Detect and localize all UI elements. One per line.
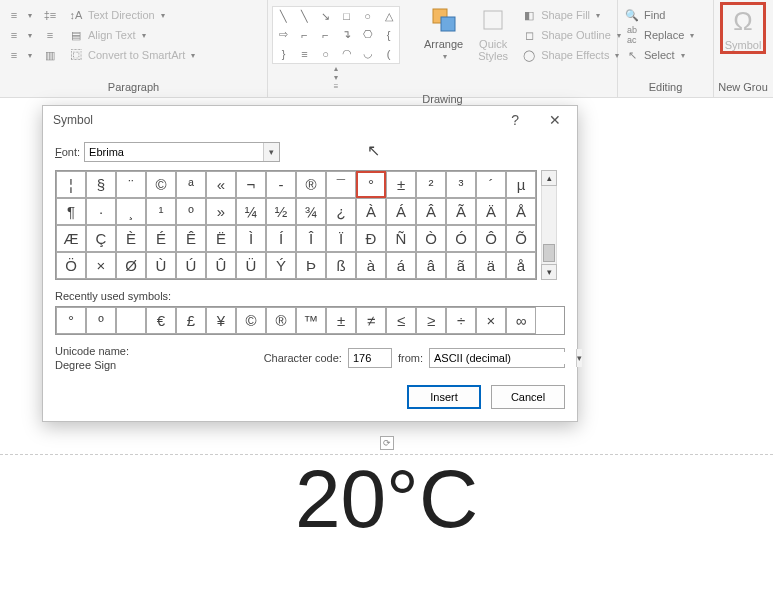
shape-glyph[interactable]: ○ <box>364 10 371 22</box>
symbol-cell[interactable]: Ô <box>476 225 506 252</box>
shape-glyph[interactable]: ↘ <box>321 10 330 23</box>
symbol-cell[interactable]: © <box>146 171 176 198</box>
recent-symbol-cell[interactable]: ± <box>326 307 356 334</box>
symbol-cell[interactable]: Ò <box>416 225 446 252</box>
symbol-cell[interactable]: Ú <box>176 252 206 279</box>
recent-symbol-cell[interactable]: € <box>146 307 176 334</box>
symbol-cell[interactable]: Ê <box>176 225 206 252</box>
symbol-cell[interactable]: ¸ <box>116 198 146 225</box>
shape-glyph[interactable]: ⌐ <box>322 29 328 41</box>
symbol-cell[interactable]: § <box>86 171 116 198</box>
symbol-cell[interactable]: × <box>86 252 116 279</box>
recent-symbol-cell[interactable]: £ <box>176 307 206 334</box>
shape-glyph[interactable]: ╲ <box>301 10 308 23</box>
shape-glyph[interactable]: □ <box>343 10 350 22</box>
symbol-cell[interactable]: Ø <box>116 252 146 279</box>
symbol-cell[interactable]: Â <box>416 198 446 225</box>
scroll-track[interactable] <box>541 186 557 264</box>
symbol-cell[interactable]: ¿ <box>326 198 356 225</box>
recent-symbol-cell[interactable]: º <box>86 307 116 334</box>
shape-outline-button[interactable]: ◻Shape Outline▾ <box>519 26 623 44</box>
symbol-cell[interactable]: » <box>206 198 236 225</box>
recent-symbol-cell[interactable]: © <box>236 307 266 334</box>
shape-glyph[interactable]: ≡ <box>301 48 307 60</box>
chevron-down-icon[interactable]: ▾ <box>576 349 582 367</box>
shape-glyph[interactable]: ( <box>387 48 391 60</box>
shape-glyph[interactable]: } <box>282 48 286 60</box>
text-direction-button[interactable]: ↕AText Direction▾ <box>66 6 197 24</box>
symbol-cell[interactable]: â <box>416 252 446 279</box>
shape-glyph[interactable]: ◠ <box>342 47 352 60</box>
line-spacing-button[interactable]: ‡≡ <box>40 6 60 24</box>
symbol-cell[interactable]: ¯ <box>326 171 356 198</box>
list-numbers-button[interactable]: ≡▾ <box>4 26 34 44</box>
columns-button[interactable]: ▥ <box>40 46 60 64</box>
recent-symbol-cell[interactable]: ÷ <box>446 307 476 334</box>
shape-glyph[interactable]: ╲ <box>280 10 287 23</box>
recent-symbol-cell[interactable]: ∞ <box>506 307 536 334</box>
symbol-cell[interactable]: à <box>356 252 386 279</box>
symbol-cell[interactable]: ¶ <box>56 198 86 225</box>
symbol-cell[interactable]: Ë <box>206 225 236 252</box>
recent-symbol-cell[interactable]: ≤ <box>386 307 416 334</box>
symbol-grid-scrollbar[interactable]: ▴ ▾ <box>541 170 557 280</box>
symbol-cell[interactable]: ³ <box>446 171 476 198</box>
symbol-cell[interactable]: Î <box>296 225 326 252</box>
symbol-cell[interactable]: ® <box>296 171 326 198</box>
shape-effects-button[interactable]: ◯Shape Effects▾ <box>519 46 623 64</box>
font-input[interactable] <box>85 146 263 158</box>
symbol-cell[interactable]: · <box>86 198 116 225</box>
select-button[interactable]: ↖Select▾ <box>622 46 696 64</box>
symbol-cell[interactable]: Ó <box>446 225 476 252</box>
symbol-cell[interactable]: ¨ <box>116 171 146 198</box>
textbox-rotate-handle[interactable]: ⟳ <box>380 436 394 450</box>
recent-symbol-cell[interactable]: ≥ <box>416 307 446 334</box>
symbol-cell[interactable]: µ <box>506 171 536 198</box>
symbol-cell[interactable]: ­- <box>266 171 296 198</box>
symbol-cell[interactable]: ã <box>446 252 476 279</box>
dialog-close-button[interactable]: ✕ <box>543 112 567 128</box>
scroll-down-button[interactable]: ▾ <box>541 264 557 280</box>
recent-symbol-cell[interactable]: ≠ <box>356 307 386 334</box>
shapes-gallery[interactable]: ╲╲↘□○△⇨⌐⌐↴⎔{}≡○◠◡( <box>272 6 400 64</box>
shape-fill-button[interactable]: ◧Shape Fill▾ <box>519 6 623 24</box>
shapes-gallery-more[interactable]: ▴▾≡ <box>272 64 400 91</box>
symbol-cell[interactable]: ± <box>386 171 416 198</box>
char-code-input[interactable] <box>348 348 392 368</box>
convert-smartart-button[interactable]: ⿴Convert to SmartArt▾ <box>66 46 197 64</box>
symbol-cell[interactable]: Ü <box>236 252 266 279</box>
symbol-cell[interactable]: Û <box>206 252 236 279</box>
symbol-cell[interactable]: Á <box>386 198 416 225</box>
symbol-cell[interactable]: ° <box>356 171 386 198</box>
symbol-cell[interactable]: ´ <box>476 171 506 198</box>
symbol-cell[interactable]: ¦ <box>56 171 86 198</box>
recent-symbol-cell[interactable] <box>116 307 146 334</box>
shape-glyph[interactable]: ⌐ <box>301 29 307 41</box>
cancel-button[interactable]: Cancel <box>491 385 565 409</box>
symbol-cell[interactable]: « <box>206 171 236 198</box>
symbol-cell[interactable]: Ð <box>356 225 386 252</box>
symbol-cell[interactable]: É <box>146 225 176 252</box>
quick-styles-button[interactable]: Quick Styles <box>473 2 513 64</box>
symbol-cell[interactable]: Ì <box>236 225 266 252</box>
recent-symbol-cell[interactable]: ™ <box>296 307 326 334</box>
dialog-help-button[interactable]: ? <box>505 112 525 128</box>
shape-glyph[interactable]: ⎔ <box>363 28 373 41</box>
shape-glyph[interactable]: ⇨ <box>279 28 288 41</box>
replace-button[interactable]: abacReplace▾ <box>622 26 696 44</box>
shape-glyph[interactable]: ◡ <box>363 47 373 60</box>
scroll-up-button[interactable]: ▴ <box>541 170 557 186</box>
symbol-cell[interactable]: Õ <box>506 225 536 252</box>
symbol-ribbon-button[interactable]: Ω Symbol <box>720 2 767 54</box>
symbol-cell[interactable]: å <box>506 252 536 279</box>
recent-symbol-cell[interactable]: ® <box>266 307 296 334</box>
indent-button[interactable]: ≡▾ <box>4 46 34 64</box>
symbol-cell[interactable]: ¬ <box>236 171 266 198</box>
symbol-cell[interactable]: ª <box>176 171 206 198</box>
chevron-down-icon[interactable]: ▾ <box>263 143 279 161</box>
arrange-button[interactable]: Arrange▾ <box>420 2 467 63</box>
symbol-cell[interactable]: Ù <box>146 252 176 279</box>
align-text-button[interactable]: ▤Align Text▾ <box>66 26 197 44</box>
symbol-cell[interactable]: Ñ <box>386 225 416 252</box>
symbol-cell[interactable]: Ý <box>266 252 296 279</box>
